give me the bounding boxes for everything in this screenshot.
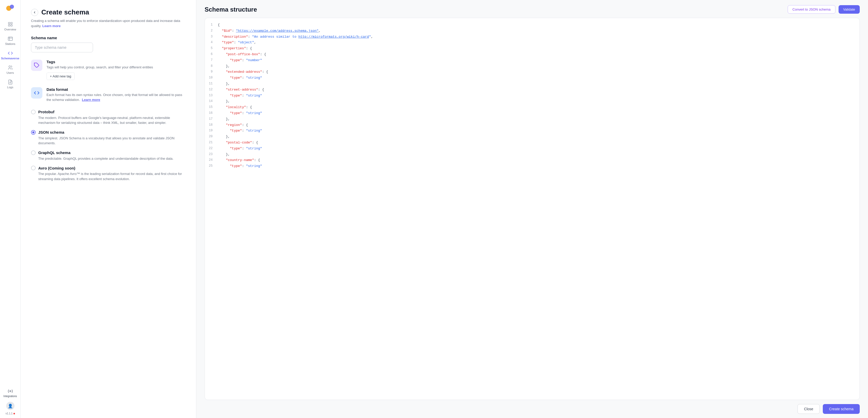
left-panel: Create schema Creating a schema will ena… <box>21 0 196 418</box>
code-line-13: 13 "type": "string" <box>205 93 860 99</box>
svg-rect-3 <box>10 23 12 24</box>
tags-icon <box>31 60 42 71</box>
sidebar-item-users[interactable]: Users <box>2 63 19 76</box>
code-line-3: 3 "description": "An address similar to … <box>205 34 860 40</box>
back-header: Create schema <box>31 8 186 16</box>
sidebar-item-overview[interactable]: Overview <box>2 20 19 33</box>
data-format-learn-more-link[interactable]: Learn more <box>82 98 100 102</box>
sidebar-item-stations[interactable]: Stations <box>2 34 19 47</box>
code-line-12: 12 "street-address": { <box>205 87 860 93</box>
radio-protobuf-desc: The modern. Protocol buffers are Google'… <box>38 115 186 126</box>
svg-rect-2 <box>8 23 10 24</box>
code-line-20: 20 }, <box>205 134 860 140</box>
svg-point-12 <box>9 391 11 392</box>
data-format-title: Data format <box>46 87 186 92</box>
radio-graphql-schema-btn[interactable] <box>31 150 36 155</box>
radio-avro-desc: The popular. Apache Avro™ is the leading… <box>38 171 186 181</box>
sidebar-bottom: Integrations 👤 v1.1.1 <box>2 386 19 415</box>
code-content[interactable]: 1 { 2 "$id": "https://example.com/addres… <box>205 18 860 173</box>
radio-avro: Avro (Coming soon) The popular. Apache A… <box>31 166 186 181</box>
sidebar-item-schemaverse[interactable]: Schemaverse <box>2 48 19 62</box>
radio-json-schema-desc: The simplest. JSON Schema is a vocabular… <box>38 136 186 146</box>
version-dot <box>13 413 15 414</box>
learn-more-link[interactable]: Learn more <box>42 24 61 28</box>
code-line-8: 8 }, <box>205 64 860 69</box>
right-header: Schema structure Convert to JSON schema … <box>196 0 868 18</box>
code-line-25: 25 "type": "string" <box>205 163 860 169</box>
integrations-label: Integrations <box>3 395 17 397</box>
code-line-2: 2 "$id": "https://example.com/address.sc… <box>205 28 860 34</box>
code-line-17: 17 }, <box>205 116 860 122</box>
avatar[interactable]: 👤 <box>6 402 14 410</box>
code-line-5: 5 "properties": { <box>205 46 860 51</box>
app-logo <box>5 3 16 14</box>
data-format-info: Data format Each format has its own synt… <box>46 87 186 102</box>
radio-graphql-schema: GraphQL schema The predictable. GraphQL … <box>31 150 186 161</box>
code-line-21: 21 "postal-code": { <box>205 140 860 146</box>
close-button[interactable]: Close <box>798 404 820 414</box>
code-line-14: 14 }, <box>205 99 860 104</box>
subtitle: Creating a schema will enable you to enf… <box>31 18 186 28</box>
version-badge: v1.1.1 <box>5 412 15 415</box>
radio-json-schema-label[interactable]: JSON schema <box>31 130 186 135</box>
data-format-section-header: Data format Each format has its own synt… <box>31 87 186 102</box>
radio-avro-label[interactable]: Avro (Coming soon) <box>31 166 186 170</box>
tags-desc: Tags will help you control, group, searc… <box>46 65 153 70</box>
right-panel: Schema structure Convert to JSON schema … <box>196 0 868 418</box>
convert-json-schema-button[interactable]: Convert to JSON schema <box>788 5 835 14</box>
svg-point-9 <box>9 66 10 68</box>
radio-protobuf: Protobuf The modern. Protocol buffers ar… <box>31 110 186 126</box>
schemaverse-icon <box>8 50 13 56</box>
code-line-24: 24 "country-name": { <box>205 158 860 163</box>
svg-rect-5 <box>10 25 12 26</box>
code-editor: 1 { 2 "$id": "https://example.com/addres… <box>205 18 860 400</box>
code-line-22: 22 "type": "string" <box>205 146 860 152</box>
radio-graphql-schema-desc: The predictable. GraphQL provides a comp… <box>38 156 186 161</box>
radio-graphql-schema-label[interactable]: GraphQL schema <box>31 150 186 155</box>
code-line-7: 7 "type": "number" <box>205 58 860 64</box>
code-line-9: 9 "extended-address": { <box>205 69 860 75</box>
integrations-icon <box>8 389 13 394</box>
sidebar-item-label: Logs <box>7 86 13 89</box>
overview-icon <box>8 22 13 27</box>
svg-rect-4 <box>8 25 10 26</box>
tags-title: Tags <box>46 60 153 64</box>
tags-info: Tags Tags will help you control, group, … <box>46 60 153 80</box>
code-line-4: 4 "type": "object", <box>205 40 860 46</box>
radio-json-schema-btn[interactable] <box>31 130 36 135</box>
sidebar-item-integrations[interactable]: Integrations <box>2 386 19 400</box>
code-line-23: 23 }, <box>205 152 860 158</box>
data-format-icon <box>31 87 42 99</box>
svg-rect-6 <box>8 37 12 40</box>
sidebar-item-logs[interactable]: Logs <box>2 77 19 91</box>
add-tag-button[interactable]: + Add new tag <box>46 72 75 80</box>
schema-name-label: Schema name <box>31 36 186 40</box>
tags-section: Tags Tags will help you control, group, … <box>31 60 186 80</box>
sidebar: Overview Stations Schemaverse Users <box>0 0 21 418</box>
radio-avro-btn[interactable] <box>31 166 36 170</box>
right-actions: Convert to JSON schema Validate <box>788 5 860 14</box>
schema-name-input[interactable] <box>31 43 93 53</box>
code-line-18: 18 "region": { <box>205 122 860 128</box>
back-button[interactable] <box>31 9 38 16</box>
code-line-6: 6 "post-office-box": { <box>205 51 860 58</box>
sidebar-item-label: Stations <box>5 42 16 45</box>
code-line-1: 1 { <box>205 22 860 28</box>
sidebar-item-label: Overview <box>4 28 16 31</box>
radio-protobuf-label[interactable]: Protobuf <box>31 110 186 114</box>
logs-icon <box>8 79 13 84</box>
schema-structure-title: Schema structure <box>205 6 257 13</box>
sidebar-item-label: Schemaverse <box>1 57 20 60</box>
bottom-bar: Close Create schema <box>196 400 868 418</box>
create-schema-button[interactable]: Create schema <box>823 404 860 414</box>
page-title: Create schema <box>41 8 89 16</box>
radio-options: Protobuf The modern. Protocol buffers ar… <box>31 110 186 182</box>
code-line-19: 19 "type": "string" <box>205 128 860 134</box>
users-icon <box>8 65 13 70</box>
radio-json-schema: JSON schema The simplest. JSON Schema is… <box>31 130 186 146</box>
code-line-15: 15 "locality": { <box>205 104 860 110</box>
schema-name-section: Schema name <box>31 36 186 60</box>
validate-button[interactable]: Validate <box>839 5 860 14</box>
code-line-16: 16 "type": "string" <box>205 110 860 116</box>
radio-protobuf-btn[interactable] <box>31 110 36 114</box>
